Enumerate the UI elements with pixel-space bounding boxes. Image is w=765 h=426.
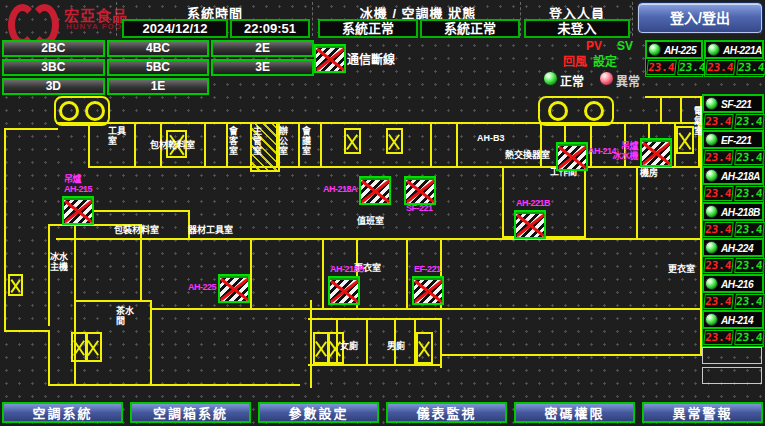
- map-unit-AH-214[interactable]: [556, 142, 588, 171]
- floor-button-2E[interactable]: 2E: [211, 40, 314, 57]
- wall-segment: [4, 128, 58, 130]
- wall-segment: [660, 96, 662, 122]
- wall-segment: [584, 168, 586, 238]
- unit-name: AH-218A: [721, 170, 760, 182]
- panel-values-AH-225: 23.423.4: [645, 58, 703, 77]
- sv-value: 23.4: [734, 186, 764, 201]
- room-label: 工具 室: [108, 126, 126, 146]
- wall-segment: [88, 210, 190, 212]
- panel-unit-AH-224[interactable]: AH-224: [702, 238, 764, 257]
- panel-unit-AH-214[interactable]: AH-214: [702, 310, 764, 329]
- room-label: 機房: [640, 168, 658, 178]
- wall-segment: [430, 122, 432, 168]
- panel-unit-AH-221A[interactable]: AH-221A: [704, 40, 764, 59]
- wall-segment: [88, 122, 90, 168]
- login-logout-button[interactable]: 登入/登出: [638, 3, 762, 33]
- pv-value: 23.4: [703, 330, 733, 345]
- map-unit-AH-218B[interactable]: [328, 276, 360, 305]
- room-label: 辦公室: [278, 126, 288, 156]
- wall-segment: [645, 96, 702, 98]
- room-label: 熱交換器室: [505, 150, 550, 160]
- wall-segment: [88, 166, 702, 168]
- wall-segment: [48, 384, 300, 386]
- normal-led-icon: [543, 71, 558, 86]
- unit-led-icon: [705, 97, 718, 110]
- wall-segment: [56, 238, 702, 240]
- pv-header: PV: [586, 39, 602, 53]
- panel-values-AH-218B: 23.423.4: [702, 220, 764, 239]
- room-label: 茶水 間: [116, 306, 134, 326]
- map-unit-冰水機[interactable]: [640, 138, 672, 167]
- unit-name: AH-225: [664, 44, 696, 56]
- wall-segment: [320, 122, 322, 168]
- map-unit-label: AH-218B: [330, 264, 364, 274]
- map-unit-AH-215[interactable]: [62, 196, 94, 225]
- room-label: AH-B3: [477, 133, 505, 143]
- map-unit-label: AH-218A: [319, 184, 357, 194]
- door-x-icon: [676, 126, 694, 154]
- footer-button-空調箱系統[interactable]: 空調箱系統: [130, 402, 251, 423]
- system-time-value: 22:09:51: [230, 19, 310, 38]
- panel-values-SF-221: 23.423.4: [702, 112, 764, 131]
- wall-segment: [366, 318, 368, 364]
- map-unit-label: EF-221: [414, 264, 441, 274]
- login-user-value: 未登入: [524, 19, 630, 38]
- wall-segment: [4, 330, 50, 332]
- pv-value: 23.4: [703, 114, 733, 129]
- panel-unit-AH-216[interactable]: AH-216: [702, 274, 764, 293]
- footer-button-異常警報[interactable]: 異常警報: [642, 402, 763, 423]
- map-unit-AH-218A[interactable]: [359, 176, 391, 205]
- floor-button-5BC[interactable]: 5BC: [107, 59, 210, 76]
- floor-button-1E[interactable]: 1E: [107, 78, 210, 95]
- wall-segment: [502, 168, 504, 238]
- footer-menu: 空調系統空調箱系統參數設定儀表監視密碼權限異常警報: [0, 399, 765, 426]
- unit-name: AH-224: [721, 242, 753, 254]
- pv-value: 23.4: [703, 258, 733, 273]
- panel-empty-slot: [702, 367, 762, 384]
- sv-value: 23.4: [677, 60, 707, 75]
- panel-unit-AH-218B[interactable]: AH-218B: [702, 202, 764, 221]
- floor-button-3D[interactable]: 3D: [2, 78, 105, 95]
- top-bar: 宏亞食品 HUNYA FOODS 系統時間 2024/12/12 22:09:5…: [0, 0, 765, 38]
- unit-led-icon: [705, 169, 718, 182]
- wall-segment: [204, 122, 206, 168]
- wall-segment: [250, 240, 252, 308]
- map-unit-EF-221[interactable]: [412, 276, 444, 305]
- unit-name: AH-214: [721, 314, 753, 326]
- wall-segment: [4, 128, 6, 332]
- unit-led-icon: [705, 133, 718, 146]
- room-label: 值班室: [357, 216, 384, 226]
- floor-button-3BC[interactable]: 3BC: [2, 59, 105, 76]
- room-label: 會客室: [228, 126, 238, 156]
- comm-offline-legend-label: 通信斷線: [347, 50, 395, 67]
- wall-segment: [298, 122, 300, 168]
- map-unit-SF-221[interactable]: [404, 176, 436, 205]
- map-unit-AH-225[interactable]: [218, 274, 250, 303]
- map-unit-label: 吊爐 AH-215: [64, 174, 92, 194]
- wall-segment: [322, 240, 324, 308]
- unit-name: SF-221: [721, 98, 751, 110]
- footer-button-密碼權限[interactable]: 密碼權限: [514, 402, 635, 423]
- floor-button-4BC[interactable]: 4BC: [107, 40, 210, 57]
- sv-value: 23.4: [734, 330, 764, 345]
- floor-button-2BC[interactable]: 2BC: [2, 40, 105, 57]
- panel-unit-SF-221[interactable]: SF-221: [702, 94, 764, 113]
- unit-name: AH-216: [721, 278, 753, 290]
- footer-button-儀表監視[interactable]: 儀表監視: [386, 402, 507, 423]
- wall-segment: [590, 122, 592, 168]
- wall-segment: [48, 226, 50, 326]
- floor-button-3E[interactable]: 3E: [211, 59, 314, 76]
- room-label: 器材工具室: [188, 225, 233, 235]
- map-unit-AH-221B[interactable]: [514, 210, 546, 239]
- map-unit-label: 吊爐 冰水機: [600, 141, 638, 161]
- wall-segment: [134, 122, 136, 168]
- normal-led-label: 正常: [560, 72, 584, 89]
- panel-unit-AH-218A[interactable]: AH-218A: [702, 166, 764, 185]
- footer-button-空調系統[interactable]: 空調系統: [2, 402, 123, 423]
- panel-unit-EF-221[interactable]: EF-221: [702, 130, 764, 149]
- footer-button-參數設定[interactable]: 參數設定: [258, 402, 379, 423]
- wall-segment: [308, 364, 442, 366]
- panel-unit-AH-225[interactable]: AH-225: [645, 40, 703, 59]
- wall-segment: [150, 300, 152, 386]
- wall-segment: [406, 240, 408, 308]
